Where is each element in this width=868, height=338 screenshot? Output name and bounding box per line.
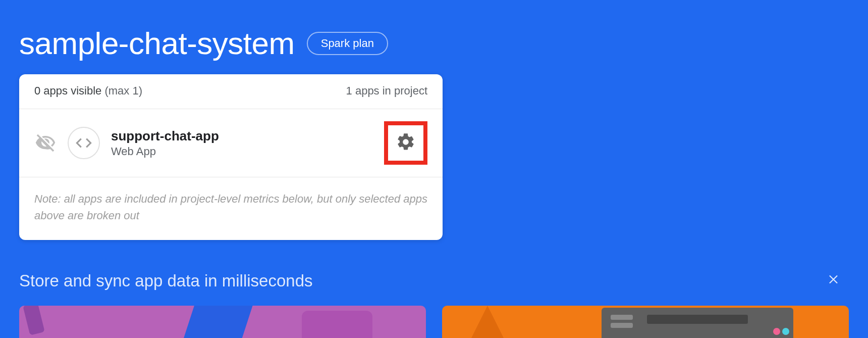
app-type: Web App <box>111 145 373 158</box>
plan-chip[interactable]: Spark plan <box>307 32 388 55</box>
visibility-off-icon[interactable] <box>34 132 57 154</box>
gear-icon <box>396 132 416 154</box>
apps-visible-max: (max 1) <box>104 84 142 97</box>
web-app-icon <box>68 127 100 159</box>
app-name: support-chat-app <box>111 128 373 144</box>
apps-card: 0 apps visible (max 1) 1 apps in project… <box>19 74 443 240</box>
promo-tile-1[interactable] <box>19 306 426 338</box>
project-title-row: sample-chat-system Spark plan <box>19 25 849 61</box>
project-title: sample-chat-system <box>19 25 295 61</box>
promo-tiles <box>19 306 849 338</box>
dismiss-section-button[interactable] <box>823 270 846 292</box>
apps-card-note: Note: all apps are included in project-l… <box>19 177 443 240</box>
promo-tile-2[interactable] <box>442 306 849 338</box>
apps-project-count: 1 apps in project <box>346 84 427 98</box>
app-settings-button[interactable] <box>384 121 427 165</box>
apps-visible-label: 0 apps visible (max 1) <box>34 84 142 98</box>
apps-visible-count: 0 apps visible <box>34 84 101 97</box>
apps-card-header: 0 apps visible (max 1) 1 apps in project <box>19 74 443 109</box>
close-icon <box>828 272 841 289</box>
app-row[interactable]: support-chat-app Web App <box>19 109 443 177</box>
section-title: Store and sync app data in milliseconds <box>19 271 313 291</box>
